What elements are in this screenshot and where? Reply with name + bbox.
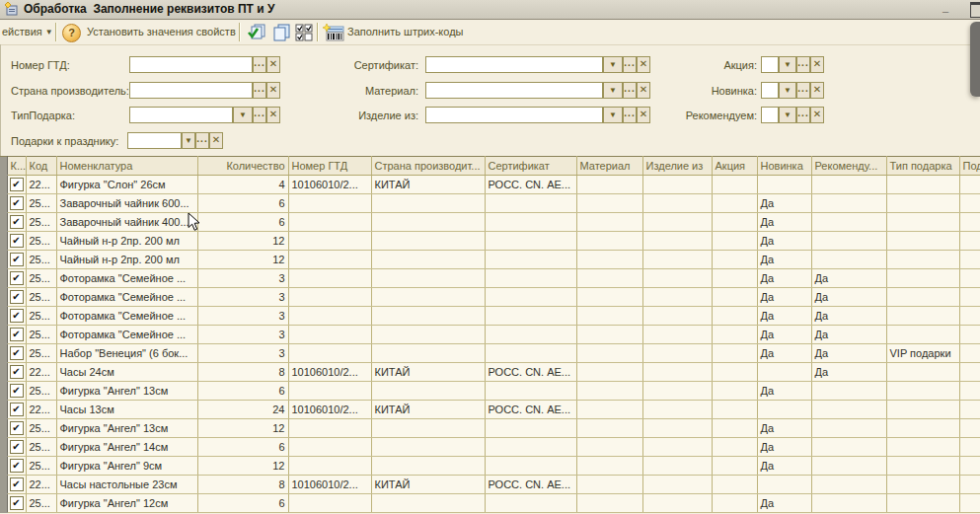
cell-recommend[interactable] <box>811 476 886 494</box>
cell-material[interactable] <box>576 344 642 363</box>
cell-gift_type[interactable] <box>886 307 959 326</box>
cell-code[interactable]: 22... <box>26 363 56 382</box>
cell-action[interactable] <box>712 288 757 307</box>
cell-qty[interactable]: 24 <box>197 401 288 419</box>
checkbox-checked-icon[interactable]: ✔ <box>10 459 24 473</box>
cell-gift_type[interactable]: VIP подарки <box>886 344 959 363</box>
row-checkbox-cell[interactable]: ✔ <box>7 457 26 476</box>
cell-country[interactable] <box>371 194 485 213</box>
cell-new_flag[interactable]: Да <box>757 251 811 269</box>
cell-material[interactable] <box>576 457 642 476</box>
column-header-cert[interactable]: Сертификат <box>485 157 576 176</box>
cell-gift_type[interactable] <box>886 176 959 194</box>
title-bar[interactable]: Обработка Заполнение реквизитов ПТ и У _ <box>0 0 980 20</box>
cell-action[interactable] <box>712 194 757 213</box>
cell-made_of[interactable] <box>642 344 712 363</box>
row-checkbox-cell[interactable]: ✔ <box>7 176 26 194</box>
cell-tail[interactable] <box>959 269 980 288</box>
cell-tail[interactable] <box>959 288 980 307</box>
cell-recommend[interactable]: Да <box>811 288 886 307</box>
holiday-gifts-input[interactable] <box>127 132 182 149</box>
cell-made_of[interactable] <box>642 457 712 476</box>
cell-gtd[interactable] <box>288 194 371 213</box>
cell-made_of[interactable] <box>642 213 712 232</box>
cell-name[interactable]: Фигурка "Слон" 26см <box>56 176 197 194</box>
checkbox-checked-icon[interactable]: ✔ <box>10 290 24 304</box>
cell-gtd[interactable] <box>288 419 371 438</box>
cell-gift_type[interactable] <box>886 251 959 269</box>
cell-gtd[interactable] <box>288 213 371 232</box>
cell-gtd[interactable] <box>288 438 371 457</box>
cell-new_flag[interactable]: Да <box>757 344 811 363</box>
cell-name[interactable]: Фигурка "Ангел" 12см <box>56 494 197 513</box>
row-checkbox-cell[interactable]: ✔ <box>7 476 26 494</box>
column-header-check[interactable]: К... <box>7 157 26 176</box>
table-row[interactable]: ✔25...Чайный н-р 2пр. 200 мл12Да <box>0 232 980 251</box>
cell-action[interactable] <box>712 326 757 344</box>
cell-recommend[interactable] <box>811 194 886 213</box>
cell-material[interactable] <box>576 288 642 307</box>
row-checkbox-cell[interactable]: ✔ <box>7 382 26 401</box>
new-browse-button[interactable]: ... <box>796 82 810 99</box>
table-row[interactable]: ✔25...Фигурка "Ангел" 13см12Да <box>0 419 980 438</box>
cell-code[interactable]: 25... <box>26 326 56 344</box>
table-row[interactable]: ✔22...Фигурка "Слон" 26см410106010/2...К… <box>0 176 980 194</box>
cell-gtd[interactable] <box>288 251 371 269</box>
checkbox-checked-icon[interactable]: ✔ <box>10 384 24 398</box>
cell-cert[interactable] <box>485 382 576 401</box>
cell-gift_type[interactable] <box>886 457 959 476</box>
cell-name[interactable]: Фигурка "Ангел" 14см <box>56 438 197 457</box>
cell-made_of[interactable] <box>642 232 712 251</box>
cell-code[interactable]: 25... <box>26 438 56 457</box>
cell-gift_type[interactable] <box>886 326 959 344</box>
cell-recommend[interactable] <box>811 382 886 401</box>
fill-barcodes-button[interactable]: Заполнить штрих-коды <box>347 23 463 41</box>
cell-material[interactable] <box>576 494 642 513</box>
copy-pages-icon[interactable] <box>271 24 291 43</box>
cell-country[interactable] <box>371 438 485 457</box>
cell-cert[interactable] <box>485 494 576 513</box>
cell-made_of[interactable] <box>642 194 712 213</box>
cell-recommend[interactable]: Да <box>811 363 886 382</box>
cell-tail[interactable] <box>959 213 980 232</box>
help-button[interactable]: ? <box>62 24 81 42</box>
cell-cert[interactable] <box>485 194 576 213</box>
cell-material[interactable] <box>576 213 642 232</box>
cell-tail[interactable] <box>959 307 980 326</box>
cell-gift_type[interactable] <box>886 363 959 382</box>
cell-qty[interactable]: 6 <box>197 382 288 401</box>
cell-made_of[interactable] <box>642 438 712 457</box>
row-checkbox-cell[interactable]: ✔ <box>7 326 26 344</box>
toggle-checkboxes-icon[interactable] <box>295 24 313 43</box>
checkbox-checked-icon[interactable]: ✔ <box>10 328 24 341</box>
cell-qty[interactable]: 3 <box>197 307 288 326</box>
cell-cert[interactable] <box>485 438 576 457</box>
cell-country[interactable] <box>371 213 485 232</box>
table-row[interactable]: ✔22...Часы 24см810106010/2...КИТАЙРОСС. … <box>0 363 980 382</box>
table-row[interactable]: ✔25...Чайный н-р 2пр. 200 мл12Да <box>0 251 980 269</box>
checkbox-checked-icon[interactable]: ✔ <box>10 403 24 416</box>
cell-tail[interactable] <box>959 419 980 438</box>
cell-gift_type[interactable] <box>886 269 959 288</box>
cell-new_flag[interactable]: Да <box>757 288 811 307</box>
cell-new_flag[interactable]: Да <box>757 307 811 326</box>
cell-tail[interactable] <box>959 494 980 513</box>
cell-new_flag[interactable]: Да <box>757 438 811 457</box>
cell-cert[interactable] <box>485 457 576 476</box>
cell-cert[interactable] <box>485 213 576 232</box>
cell-code[interactable]: 25... <box>26 251 56 269</box>
cell-gtd[interactable]: 10106010/2... <box>288 401 371 419</box>
table-row[interactable]: ✔25...Заварочный чайник 400...6Да <box>0 213 980 232</box>
column-header-gtd[interactable]: Номер ГТД <box>288 157 371 176</box>
cell-qty[interactable]: 6 <box>197 494 288 513</box>
recommend-input[interactable] <box>761 107 779 123</box>
cell-gtd[interactable] <box>288 494 371 513</box>
cell-material[interactable] <box>576 363 642 382</box>
cell-cert[interactable]: РОСС. CN. АЕ... <box>485 176 576 194</box>
cell-qty[interactable]: 6 <box>197 213 288 232</box>
cell-code[interactable]: 25... <box>26 494 56 513</box>
cell-made_of[interactable] <box>642 363 712 382</box>
cell-qty[interactable]: 3 <box>197 288 288 307</box>
column-header-country[interactable]: Страна производит... <box>371 157 485 176</box>
cell-made_of[interactable] <box>642 326 712 344</box>
